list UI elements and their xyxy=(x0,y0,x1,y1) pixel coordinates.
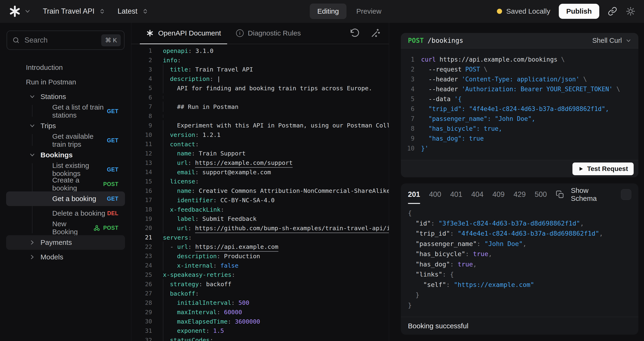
line-number: 14 xyxy=(131,169,152,175)
status-tab-401[interactable]: 401 xyxy=(450,190,462,199)
code-line: 19label: Submit Feedback xyxy=(131,214,389,223)
curl-line: 6 "trip_id": "4f4e4e1-c824-4d63-b37a-d8d… xyxy=(401,104,638,114)
line-number: 1 xyxy=(401,54,414,64)
version-selector[interactable]: Latest xyxy=(118,7,148,15)
code-line: 24x-internal: false xyxy=(131,261,389,270)
share-link-icon[interactable] xyxy=(608,6,617,16)
line-number: 23 xyxy=(131,253,152,259)
theme-sun-icon[interactable] xyxy=(626,6,636,16)
chevron-down-icon xyxy=(29,94,35,100)
version-label: Latest xyxy=(118,7,137,15)
curl-line: 1curl https://api.example.com/bookings \ xyxy=(401,54,638,64)
method-badge: GET xyxy=(107,137,118,144)
line-number: 9 xyxy=(401,134,414,143)
editor-panel: OpenAPI Document i Diagnostic Rules 1ope… xyxy=(131,22,389,341)
line-number: 8 xyxy=(131,113,152,119)
search-box[interactable]: ⌘ K xyxy=(6,30,124,50)
mode-tabs: EditingPreview xyxy=(310,0,389,22)
code-line: 3title: Train Travel API xyxy=(131,65,389,74)
line-number: 6 xyxy=(131,94,152,101)
curl-snippet[interactable]: 1curl https://api.example.com/bookings \… xyxy=(401,48,638,160)
sidebar-item-get-available-train-trips[interactable]: Get available train tripsGET xyxy=(6,133,125,148)
client-language-selector[interactable]: Shell Curl xyxy=(592,37,631,44)
sidebar-item-label: Create a booking xyxy=(52,176,103,192)
sidebar-group-trips[interactable]: Trips xyxy=(6,118,125,133)
status-tab-201[interactable]: 201 xyxy=(408,190,420,199)
code-line: 28initialInterval: 500 xyxy=(131,298,389,308)
sidebar: ⌘ K IntroductionRun in PostmanStationsGe… xyxy=(0,22,131,341)
code-line: 17identifier: CC-BY-NC-SA-4.0 xyxy=(131,195,389,205)
sidebar-item-new-booking[interactable]: New BookingPOST xyxy=(6,221,125,235)
api-name: Train Travel API xyxy=(43,7,94,15)
status-tab-400[interactable]: 400 xyxy=(429,190,441,199)
line-number: 13 xyxy=(131,159,152,166)
line-number: 29 xyxy=(131,309,152,316)
status-tab-500[interactable]: 500 xyxy=(534,190,547,199)
client-language-label: Shell Curl xyxy=(592,37,622,44)
test-request-button[interactable]: Test Request xyxy=(572,162,634,175)
code-line: 9Experiment with this API in Postman, us… xyxy=(131,121,389,130)
method-badge: GET xyxy=(107,196,118,202)
indent-guide xyxy=(32,105,32,117)
sidebar-item-delete-a-booking[interactable]: Delete a bookingDEL xyxy=(6,206,125,221)
code-line: 20url: https://github.com/bump-sh-exampl… xyxy=(131,223,389,233)
line-number: 4 xyxy=(131,75,152,82)
workspace-chevron-icon[interactable] xyxy=(24,8,30,14)
line-number: 7 xyxy=(131,103,152,110)
line-number: 24 xyxy=(131,262,152,269)
publish-button[interactable]: Publish xyxy=(559,4,599,19)
save-status-label: Saved Locally xyxy=(506,7,550,15)
save-status: Saved Locally xyxy=(497,7,550,15)
json-line: "has_bicycle": true, xyxy=(408,249,631,259)
sidebar-item-create-a-booking[interactable]: Create a bookingPOST xyxy=(6,177,125,191)
request-card-header: POST /bookings Shell Curl xyxy=(401,33,638,48)
show-schema-toggle[interactable] xyxy=(621,189,631,200)
yaml-code-editor[interactable]: 1openapi: 3.1.02info:3title: Train Trave… xyxy=(131,44,389,341)
tab-openapi-document[interactable]: OpenAPI Document xyxy=(140,22,227,44)
code-line: 21servers: xyxy=(131,233,389,242)
line-number: 31 xyxy=(131,327,152,334)
status-tab-404[interactable]: 404 xyxy=(471,190,484,199)
code-line: 2info: xyxy=(131,55,389,65)
sidebar-item-introduction[interactable]: Introduction xyxy=(6,60,125,75)
tab-label: OpenAPI Document xyxy=(158,29,221,37)
line-number: 2 xyxy=(401,64,414,74)
code-line: 22- url: https://api.example.com xyxy=(131,242,389,251)
status-tab-409[interactable]: 409 xyxy=(492,190,505,199)
sidebar-group-bookings[interactable]: Bookings xyxy=(6,148,125,162)
undo-icon[interactable] xyxy=(350,28,360,38)
tab-diagnostic-rules[interactable]: i Diagnostic Rules xyxy=(230,22,307,44)
code-line: 4description: | xyxy=(131,74,389,83)
tab-label: Diagnostic Rules xyxy=(248,29,301,37)
sidebar-item-list-existing-bookings[interactable]: List existing bookingsGET xyxy=(6,162,125,177)
method-badge: POST xyxy=(93,224,118,231)
mode-tab-editing[interactable]: Editing xyxy=(310,3,346,19)
updown-chevron-icon xyxy=(142,8,148,14)
line-number: 20 xyxy=(131,225,152,231)
mode-tab-preview[interactable]: Preview xyxy=(349,3,389,19)
sidebar-item-label: Get a list of train stations xyxy=(52,103,107,119)
sidebar-item-run-in-postman[interactable]: Run in Postman xyxy=(6,75,125,89)
sidebar-group-stations[interactable]: Stations xyxy=(6,89,125,104)
magic-wand-icon[interactable] xyxy=(370,28,380,38)
webhook-icon xyxy=(93,224,100,231)
status-tab-429[interactable]: 429 xyxy=(514,190,526,199)
sidebar-group-models[interactable]: Models xyxy=(6,250,125,264)
sidebar-item-label: Get a booking xyxy=(52,195,96,203)
test-request-label: Test Request xyxy=(587,165,628,173)
line-number: 27 xyxy=(131,290,152,297)
code-line: 31exponent: 1.5 xyxy=(131,326,389,336)
line-number: 4 xyxy=(401,84,414,94)
line-number: 22 xyxy=(131,243,152,250)
sidebar-item-get-a-booking[interactable]: Get a bookingGET xyxy=(6,191,125,206)
api-selector[interactable]: Train Travel API xyxy=(43,7,105,15)
code-line: 10version: 1.2.1 xyxy=(131,130,389,139)
sidebar-item-get-a-list-of-train-stations[interactable]: Get a list of train stationsGET xyxy=(6,104,125,118)
sidebar-group-payments[interactable]: Payments xyxy=(6,235,125,250)
line-number: 26 xyxy=(131,281,152,288)
sidebar-group-label: Payments xyxy=(40,239,72,247)
curl-line: 8 "has_bicycle": true, xyxy=(401,124,638,134)
copy-icon[interactable] xyxy=(556,190,564,199)
scalar-logo-icon[interactable] xyxy=(8,5,21,18)
search-input[interactable] xyxy=(24,36,96,44)
